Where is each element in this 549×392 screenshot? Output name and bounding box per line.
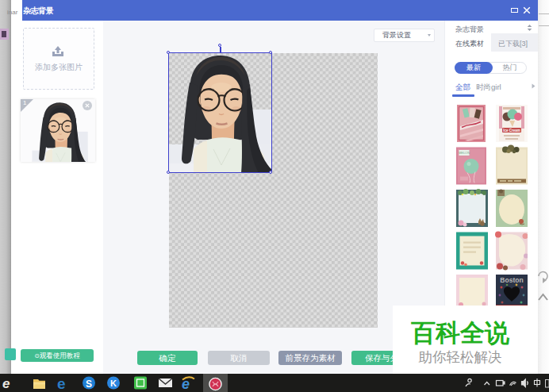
svg-text:Boston: Boston <box>500 276 523 284</box>
svg-text:e: e <box>2 376 10 391</box>
svg-text:S: S <box>86 379 92 390</box>
svg-text:K: K <box>110 379 117 388</box>
svg-text:MELON: MELON <box>459 151 470 155</box>
svg-text:Ice Cream: Ice Cream <box>503 129 520 133</box>
svg-text:e: e <box>57 375 66 392</box>
